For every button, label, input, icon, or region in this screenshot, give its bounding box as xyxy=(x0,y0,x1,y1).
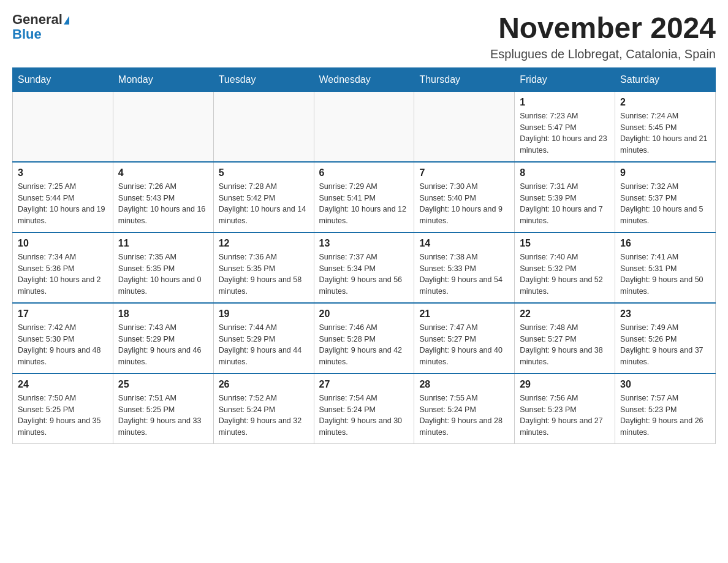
day-info: Sunrise: 7:36 AMSunset: 5:35 PMDaylight:… xyxy=(219,251,309,297)
calendar-header-sunday: Sunday xyxy=(13,67,113,91)
day-info: Sunrise: 7:52 AMSunset: 5:24 PMDaylight:… xyxy=(219,393,309,439)
day-number: 3 xyxy=(18,167,108,178)
day-number: 26 xyxy=(219,379,309,390)
day-number: 20 xyxy=(319,308,409,320)
calendar-day: 19Sunrise: 7:44 AMSunset: 5:29 PMDayligh… xyxy=(213,303,314,373)
day-number: 22 xyxy=(520,308,610,320)
calendar-day: 28Sunrise: 7:55 AMSunset: 5:24 PMDayligh… xyxy=(414,373,515,444)
day-info: Sunrise: 7:44 AMSunset: 5:29 PMDaylight:… xyxy=(219,322,309,368)
calendar-header-wednesday: Wednesday xyxy=(314,67,414,91)
calendar-day: 9Sunrise: 7:32 AMSunset: 5:37 PMDaylight… xyxy=(615,162,716,232)
calendar-day: 5Sunrise: 7:28 AMSunset: 5:42 PMDaylight… xyxy=(213,162,314,232)
calendar-day: 16Sunrise: 7:41 AMSunset: 5:31 PMDayligh… xyxy=(615,232,716,303)
calendar-day: 30Sunrise: 7:57 AMSunset: 5:23 PMDayligh… xyxy=(615,373,716,444)
day-info: Sunrise: 7:51 AMSunset: 5:25 PMDaylight:… xyxy=(118,393,208,439)
logo-text: General Blue xyxy=(12,12,69,42)
day-info: Sunrise: 7:47 AMSunset: 5:27 PMDaylight:… xyxy=(419,322,509,368)
calendar-day: 17Sunrise: 7:42 AMSunset: 5:30 PMDayligh… xyxy=(13,303,113,373)
calendar-header-friday: Friday xyxy=(515,67,615,91)
day-number: 28 xyxy=(419,379,509,390)
day-info: Sunrise: 7:56 AMSunset: 5:23 PMDaylight:… xyxy=(520,393,610,439)
day-number: 13 xyxy=(319,238,409,249)
calendar-header-monday: Monday xyxy=(113,67,213,91)
calendar-day: 15Sunrise: 7:40 AMSunset: 5:32 PMDayligh… xyxy=(515,232,615,303)
calendar-day: 22Sunrise: 7:48 AMSunset: 5:27 PMDayligh… xyxy=(515,303,615,373)
day-info: Sunrise: 7:26 AMSunset: 5:43 PMDaylight:… xyxy=(118,181,208,227)
calendar-day xyxy=(213,91,314,162)
day-number: 17 xyxy=(18,308,108,320)
day-number: 8 xyxy=(520,167,610,178)
day-number: 25 xyxy=(118,379,208,390)
calendar-day: 4Sunrise: 7:26 AMSunset: 5:43 PMDaylight… xyxy=(113,162,213,232)
day-info: Sunrise: 7:24 AMSunset: 5:45 PMDaylight:… xyxy=(620,110,710,156)
day-info: Sunrise: 7:38 AMSunset: 5:33 PMDaylight:… xyxy=(419,251,509,297)
day-number: 14 xyxy=(419,238,509,249)
day-number: 23 xyxy=(620,308,710,320)
day-info: Sunrise: 7:37 AMSunset: 5:34 PMDaylight:… xyxy=(319,251,409,297)
calendar-day xyxy=(314,91,414,162)
calendar-day: 11Sunrise: 7:35 AMSunset: 5:35 PMDayligh… xyxy=(113,232,213,303)
day-info: Sunrise: 7:54 AMSunset: 5:24 PMDaylight:… xyxy=(319,393,409,439)
calendar-header-tuesday: Tuesday xyxy=(213,67,314,91)
day-info: Sunrise: 7:35 AMSunset: 5:35 PMDaylight:… xyxy=(118,251,208,297)
day-number: 7 xyxy=(419,167,509,178)
location-subtitle: Esplugues de Llobregat, Catalonia, Spain xyxy=(490,47,716,61)
calendar-day: 25Sunrise: 7:51 AMSunset: 5:25 PMDayligh… xyxy=(113,373,213,444)
day-info: Sunrise: 7:31 AMSunset: 5:39 PMDaylight:… xyxy=(520,181,610,227)
day-info: Sunrise: 7:57 AMSunset: 5:23 PMDaylight:… xyxy=(620,393,710,439)
calendar-week-4: 17Sunrise: 7:42 AMSunset: 5:30 PMDayligh… xyxy=(13,303,716,373)
day-number: 2 xyxy=(620,97,710,108)
calendar-day xyxy=(113,91,213,162)
calendar-header-saturday: Saturday xyxy=(615,67,716,91)
logo-blue-text: Blue xyxy=(12,26,42,42)
calendar-day: 20Sunrise: 7:46 AMSunset: 5:28 PMDayligh… xyxy=(314,303,414,373)
day-number: 19 xyxy=(219,308,309,320)
calendar-day: 18Sunrise: 7:43 AMSunset: 5:29 PMDayligh… xyxy=(113,303,213,373)
calendar-day: 21Sunrise: 7:47 AMSunset: 5:27 PMDayligh… xyxy=(414,303,515,373)
calendar-day xyxy=(414,91,515,162)
calendar-week-1: 1Sunrise: 7:23 AMSunset: 5:47 PMDaylight… xyxy=(13,91,716,162)
day-info: Sunrise: 7:50 AMSunset: 5:25 PMDaylight:… xyxy=(18,393,108,439)
day-number: 6 xyxy=(319,167,409,178)
calendar-day: 12Sunrise: 7:36 AMSunset: 5:35 PMDayligh… xyxy=(213,232,314,303)
day-number: 10 xyxy=(18,238,108,249)
calendar-table: SundayMondayTuesdayWednesdayThursdayFrid… xyxy=(12,67,716,444)
day-number: 11 xyxy=(118,238,208,249)
day-number: 12 xyxy=(219,238,309,249)
day-number: 18 xyxy=(118,308,208,320)
day-info: Sunrise: 7:46 AMSunset: 5:28 PMDaylight:… xyxy=(319,322,409,368)
calendar-day: 24Sunrise: 7:50 AMSunset: 5:25 PMDayligh… xyxy=(13,373,113,444)
day-info: Sunrise: 7:43 AMSunset: 5:29 PMDaylight:… xyxy=(118,322,208,368)
day-number: 1 xyxy=(520,97,610,108)
day-number: 30 xyxy=(620,379,710,390)
calendar-day: 6Sunrise: 7:29 AMSunset: 5:41 PMDaylight… xyxy=(314,162,414,232)
calendar-header-row: SundayMondayTuesdayWednesdayThursdayFrid… xyxy=(13,67,716,91)
logo-triangle-icon xyxy=(64,16,69,25)
calendar-day: 3Sunrise: 7:25 AMSunset: 5:44 PMDaylight… xyxy=(13,162,113,232)
day-info: Sunrise: 7:55 AMSunset: 5:24 PMDaylight:… xyxy=(419,393,509,439)
day-info: Sunrise: 7:34 AMSunset: 5:36 PMDaylight:… xyxy=(18,251,108,297)
day-info: Sunrise: 7:32 AMSunset: 5:37 PMDaylight:… xyxy=(620,181,710,227)
day-number: 5 xyxy=(219,167,309,178)
calendar-day: 14Sunrise: 7:38 AMSunset: 5:33 PMDayligh… xyxy=(414,232,515,303)
calendar-day: 8Sunrise: 7:31 AMSunset: 5:39 PMDaylight… xyxy=(515,162,615,232)
month-year-title: November 2024 xyxy=(490,12,716,45)
day-number: 16 xyxy=(620,238,710,249)
calendar-day: 10Sunrise: 7:34 AMSunset: 5:36 PMDayligh… xyxy=(13,232,113,303)
day-info: Sunrise: 7:29 AMSunset: 5:41 PMDaylight:… xyxy=(319,181,409,227)
calendar-day: 29Sunrise: 7:56 AMSunset: 5:23 PMDayligh… xyxy=(515,373,615,444)
day-number: 4 xyxy=(118,167,208,178)
day-info: Sunrise: 7:42 AMSunset: 5:30 PMDaylight:… xyxy=(18,322,108,368)
day-info: Sunrise: 7:30 AMSunset: 5:40 PMDaylight:… xyxy=(419,181,509,227)
calendar-day: 2Sunrise: 7:24 AMSunset: 5:45 PMDaylight… xyxy=(615,91,716,162)
logo: General Blue xyxy=(12,12,69,42)
day-number: 24 xyxy=(18,379,108,390)
day-info: Sunrise: 7:41 AMSunset: 5:31 PMDaylight:… xyxy=(620,251,710,297)
calendar-day: 13Sunrise: 7:37 AMSunset: 5:34 PMDayligh… xyxy=(314,232,414,303)
day-number: 9 xyxy=(620,167,710,178)
calendar-week-2: 3Sunrise: 7:25 AMSunset: 5:44 PMDaylight… xyxy=(13,162,716,232)
calendar-day: 23Sunrise: 7:49 AMSunset: 5:26 PMDayligh… xyxy=(615,303,716,373)
calendar-header-thursday: Thursday xyxy=(414,67,515,91)
calendar-week-3: 10Sunrise: 7:34 AMSunset: 5:36 PMDayligh… xyxy=(13,232,716,303)
day-number: 29 xyxy=(520,379,610,390)
